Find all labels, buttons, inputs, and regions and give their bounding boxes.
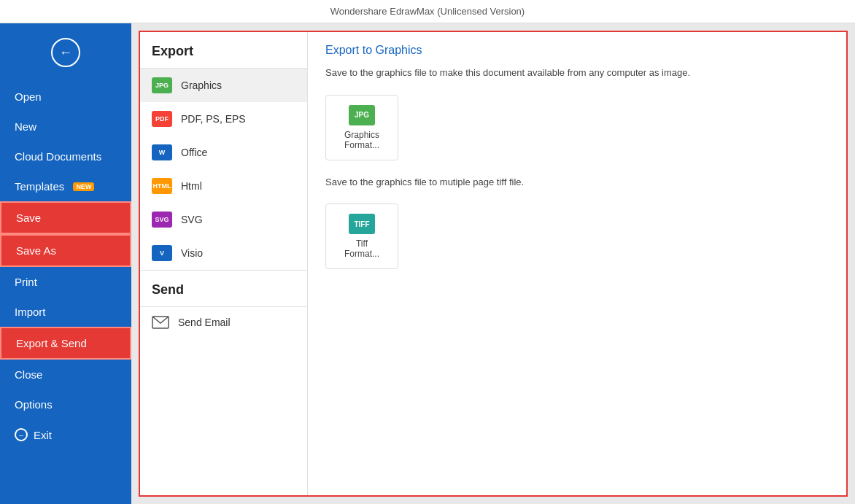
category-html[interactable]: HTML Html <box>140 169 307 203</box>
send-email-item[interactable]: Send Email <box>140 307 307 338</box>
sidebar-item-exit[interactable]: – Exit <box>0 419 131 450</box>
email-icon <box>152 316 169 329</box>
category-pdf[interactable]: PDF PDF, PS, EPS <box>140 102 307 136</box>
tiff-format-label: Tiff Format... <box>344 239 379 259</box>
tiff-format-icon: TIFF <box>349 214 375 234</box>
export-left: Export JPG Graphics PDF PDF, PS, EPS W O… <box>140 32 846 495</box>
graphics-icon: JPG <box>152 77 172 93</box>
pdf-icon: PDF <box>152 111 172 127</box>
sidebar-item-save[interactable]: Save <box>0 201 131 234</box>
app-title: Wondershare EdrawMax (Unlicensed Version… <box>330 6 525 17</box>
title-bar: Wondershare EdrawMax (Unlicensed Version… <box>0 0 855 23</box>
sidebar-item-export-send[interactable]: Export & Send <box>0 327 131 360</box>
graphics-format-card[interactable]: JPG Graphics Format... <box>325 95 398 160</box>
content-area: Export JPG Graphics PDF PDF, PS, EPS W O… <box>131 23 855 504</box>
export-description-1: Save to the graphics file to make this d… <box>325 66 829 80</box>
sidebar-item-new[interactable]: New <box>0 112 131 141</box>
new-badge: NEW <box>73 182 94 191</box>
sidebar-item-close[interactable]: Close <box>0 360 131 389</box>
category-visio[interactable]: V Visio <box>140 236 307 270</box>
svg-icon: SVG <box>152 212 172 228</box>
export-detail-title: Export to Graphics <box>325 44 829 57</box>
sidebar-item-templates[interactable]: Templates NEW <box>0 171 131 201</box>
export-description-2: Save to the graphics file to mutiple pag… <box>325 175 829 190</box>
tiff-format-card[interactable]: TIFF Tiff Format... <box>325 203 398 269</box>
export-detail: Export to Graphics Save to the graphics … <box>308 32 846 495</box>
graphics-format-label: Graphics Format... <box>344 130 379 150</box>
sidebar-item-open[interactable]: Open <box>0 82 131 112</box>
graphics-format-icon: JPG <box>349 105 375 125</box>
category-graphics[interactable]: JPG Graphics <box>140 69 307 102</box>
visio-icon: V <box>152 245 172 261</box>
send-section-header: Send <box>140 270 307 307</box>
sidebar-item-save-as[interactable]: Save As <box>0 234 131 267</box>
sidebar-item-import[interactable]: Import <box>0 297 131 327</box>
tiff-cards: TIFF Tiff Format... <box>325 203 829 269</box>
sidebar-item-cloud-documents[interactable]: Cloud Documents <box>0 141 131 171</box>
export-section-header: Export <box>140 32 307 69</box>
exit-icon: – <box>15 428 28 441</box>
html-icon: HTML <box>152 178 172 194</box>
format-cards: JPG Graphics Format... <box>325 95 829 160</box>
sidebar: ← Open New Cloud Documents Templates NEW… <box>0 23 131 504</box>
back-button[interactable]: ← <box>51 38 80 67</box>
word-icon: W <box>152 144 172 160</box>
category-office[interactable]: W Office <box>140 136 307 169</box>
main-layout: ← Open New Cloud Documents Templates NEW… <box>0 23 855 504</box>
category-svg[interactable]: SVG SVG <box>140 203 307 236</box>
sidebar-item-options[interactable]: Options <box>0 389 131 419</box>
export-panel: Export JPG Graphics PDF PDF, PS, EPS W O… <box>139 31 848 497</box>
export-categories: Export JPG Graphics PDF PDF, PS, EPS W O… <box>140 32 308 495</box>
sidebar-item-print[interactable]: Print <box>0 267 131 297</box>
